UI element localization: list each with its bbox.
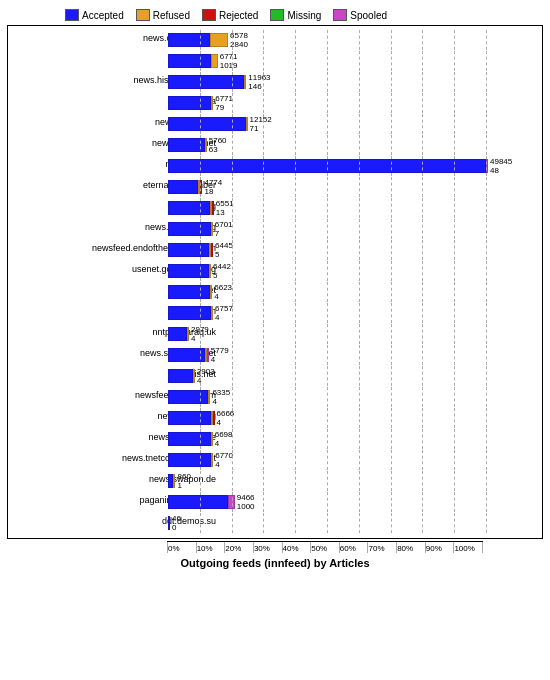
grid-line [391,135,392,155]
grid-line [391,114,392,134]
grid-line [327,303,328,323]
grid-line [295,177,296,197]
grid-line [486,114,487,134]
accepted-value: 6445 [215,241,233,250]
bar-segment-accepted [168,369,193,383]
grid-line [295,324,296,344]
bars-container: 57794 [168,348,229,362]
grid-line [391,303,392,323]
grid-line [486,240,487,260]
second-value: 4 [214,292,232,301]
grid-line [454,366,455,386]
grid-line [422,198,423,218]
grid-line [454,450,455,470]
grid-line [422,30,423,50]
grid-line [359,513,360,533]
bar-segment-refused [210,285,212,299]
accepted-value: 860 [177,472,190,481]
bars-container: 477418 [168,180,222,194]
grid-line [295,366,296,386]
grid-line [422,324,423,344]
legend-label: Spooled [350,10,387,21]
grid-line [232,177,233,197]
bar-row: news.samoylyk.net57794 [168,345,538,365]
second-value: 5 [215,250,233,259]
accepted-value: 12152 [250,115,272,124]
grid-line [359,408,360,428]
x-tick: 80% [396,542,425,553]
grid-line [263,219,264,239]
grid-line [327,282,328,302]
bar-values: 57794 [211,346,229,364]
legend-color-missing [270,9,284,21]
x-tick: 30% [253,542,282,553]
grid-line [391,387,392,407]
bar-segment-refused [211,222,213,236]
accepted-value: 6701 [215,220,233,229]
grid-line [486,345,487,365]
accepted-value: 6770 [215,451,233,460]
grid-line [486,429,487,449]
bar-segment-spooled [207,348,209,362]
bars-container: 67017 [168,222,233,236]
bar-values: 460 [172,514,181,532]
bar-segment-refused [210,33,228,47]
bars-container: 29794 [168,327,209,341]
legend-color-rejected [202,9,216,21]
second-value: 1019 [220,61,238,70]
grid-line [295,408,296,428]
grid-line [454,261,455,281]
grid-line [295,135,296,155]
grid-line [391,282,392,302]
grid-line [359,135,360,155]
legend-label: Accepted [82,10,124,21]
grid-line [327,450,328,470]
bar-row: news.ausics.net576063 [168,135,538,155]
grid-line [486,198,487,218]
x-axis: 0%10%20%30%40%50%60%70%80%90%100% [167,541,483,553]
chart-border: news.chmurka.net65782840utnut67711019new… [7,25,543,539]
grid-line [486,303,487,323]
grid-line [232,324,233,344]
grid-line [295,387,296,407]
grid-line [391,219,392,239]
grid-line [327,177,328,197]
accepted-value: 46 [172,514,181,523]
grid-line [327,492,328,512]
grid-line [263,51,264,71]
grid-line [359,450,360,470]
grid-line [359,114,360,134]
bars-container: 677179 [168,96,233,110]
accepted-value: 3903 [197,367,215,376]
grid-line [232,471,233,491]
bars-container: 4984548 [168,159,512,173]
grid-line [359,366,360,386]
bar-segment-accepted [168,348,205,362]
grid-line [422,93,423,113]
bar-segment-refused [211,54,218,68]
accepted-value: 6335 [212,388,230,397]
legend-label: Refused [153,10,190,21]
bar-segment-accepted [168,432,211,446]
grid-line [454,30,455,50]
grid-line [391,72,392,92]
bar-segment-refused [209,264,211,278]
grid-line [391,261,392,281]
accepted-value: 9466 [237,493,255,502]
grid-line [327,261,328,281]
grid-line [359,429,360,449]
bars-container: 65782840 [168,33,248,47]
legend-label: Rejected [219,10,258,21]
grid-line [454,93,455,113]
bar-row: usenet.goja.nl.eu.org64425 [168,261,538,281]
accepted-value: 4774 [204,178,222,187]
grid-line [391,51,392,71]
row-label: ddt.demos.su [61,516,216,526]
grid-line [391,408,392,428]
grid-line [327,198,328,218]
bar-values: 655113 [216,199,234,217]
grid-line [422,114,423,134]
bar-row: i2pn.org655113 [168,198,538,218]
second-value: 4 [215,439,233,448]
legend-color-accepted [65,9,79,21]
